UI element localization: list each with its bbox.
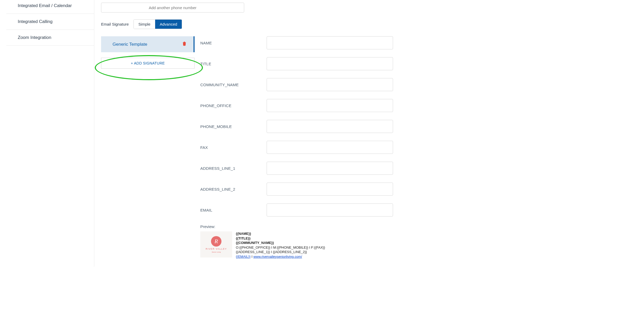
field-label-name: NAME: [200, 41, 267, 45]
sidebar-item-zoom[interactable]: Zoom Integration: [6, 30, 94, 46]
preview-sep: I: [250, 255, 253, 259]
preview-url-link[interactable]: www.rivervalleyseniorliving.com/: [253, 255, 302, 259]
signature-mode-tabs: Simple Advanced: [133, 19, 182, 29]
field-label-phone-office: PHONE_OFFICE: [200, 103, 267, 108]
field-label-community: COMMUNITY_NAME: [200, 83, 267, 87]
template-name: Generic Template: [113, 42, 147, 47]
preview-text: {{NAME}} {{TITLE}} {{COMMUNITY_NAME}} O:…: [236, 231, 325, 259]
field-label-fax: FAX: [200, 145, 267, 150]
logo-tagline: Senior Living: [212, 251, 221, 253]
trash-icon[interactable]: [182, 41, 187, 48]
field-label-title: TITLE: [200, 62, 267, 66]
field-label-email: EMAIL: [200, 208, 267, 212]
preview-address: {{ADDRESS_LINE_1}} I {{ADDRESS_LINE_2}}: [236, 250, 307, 254]
sidebar: Integrated Email / Calendar Integrated C…: [0, 0, 94, 267]
sidebar-item-email-calendar[interactable]: Integrated Email / Calendar: [6, 0, 94, 14]
preview-community: {{COMMUNITY_NAME}}: [236, 241, 274, 245]
sidebar-item-calling[interactable]: Integrated Calling: [6, 14, 94, 30]
tab-simple[interactable]: Simple: [134, 20, 155, 29]
phone-office-input[interactable]: [267, 99, 393, 112]
svg-rect-2: [184, 42, 185, 42]
field-label-address2: ADDRESS_LINE_2: [200, 187, 267, 191]
preview-logo: R RIVER VALLEY Senior Living: [200, 231, 232, 258]
signature-list-column: Generic Template + ADD SIGNATURE: [101, 36, 195, 69]
preview-block: R RIVER VALLEY Senior Living {{NAME}} {{…: [200, 231, 483, 259]
logo-circle-icon: R: [211, 236, 221, 247]
address-line-1-input[interactable]: [267, 162, 393, 175]
preview-phones: O:{{PHONE_OFFICE}} I M:{{PHONE_MOBILE}} …: [236, 246, 325, 249]
preview-title: {{TITLE}}: [236, 236, 250, 240]
field-label-address1: ADDRESS_LINE_1: [200, 166, 267, 171]
name-input[interactable]: [267, 36, 393, 49]
community-name-input[interactable]: [267, 78, 393, 91]
signature-template-item[interactable]: Generic Template: [101, 36, 195, 52]
address-line-2-input[interactable]: [267, 183, 393, 196]
preview-name: {{NAME}}: [236, 232, 251, 236]
signature-fields-column: NAME TITLE COMMUNITY_NAME PHONE_OFFICE P…: [200, 36, 483, 259]
fax-input[interactable]: [267, 141, 393, 154]
field-label-phone-mobile: PHONE_MOBILE: [200, 124, 267, 129]
add-phone-input[interactable]: [101, 3, 244, 13]
add-signature-button[interactable]: + ADD SIGNATURE: [101, 58, 195, 69]
svg-rect-0: [183, 43, 186, 45]
logo-brand-text: RIVER VALLEY: [206, 248, 227, 250]
title-input[interactable]: [267, 57, 393, 70]
email-signature-label: Email Signature: [101, 22, 129, 26]
preview-email-link[interactable]: {{EMAIL}}: [236, 255, 250, 259]
preview-label: Preview:: [200, 224, 483, 229]
main-content: Email Signature Simple Advanced Generic …: [94, 0, 491, 267]
tab-advanced[interactable]: Advanced: [155, 20, 182, 29]
phone-mobile-input[interactable]: [267, 120, 393, 133]
email-input[interactable]: [267, 203, 393, 217]
svg-rect-1: [183, 43, 186, 43]
